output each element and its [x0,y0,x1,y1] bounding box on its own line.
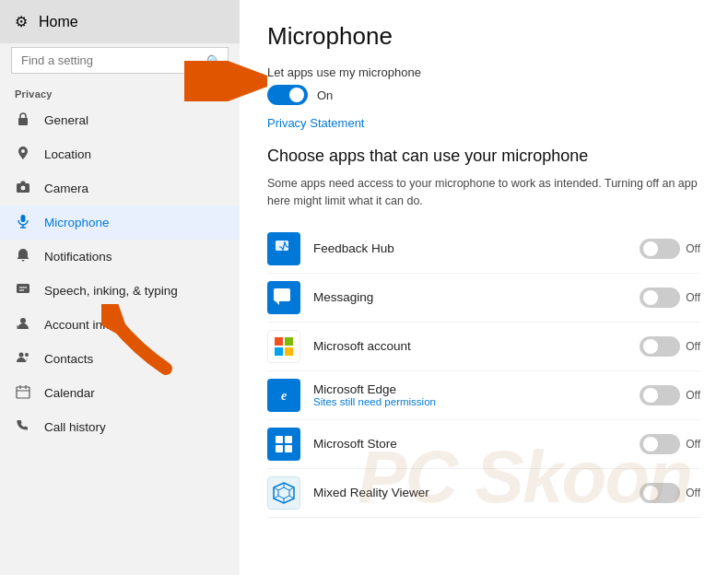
sidebar-home-label: Home [39,14,78,30]
svg-marker-22 [276,301,279,305]
app-name: Microsoft Edge [313,382,640,396]
app-row-mixed: Mixed Reality Viewer Off [267,469,700,518]
svg-point-13 [25,353,29,357]
app-name: Messaging [313,290,640,304]
sidebar-item-account[interactable]: Account info [0,308,240,342]
app-sub: Sites still need permission [313,396,640,407]
sidebar-item-home[interactable]: ⚙ Home [0,0,240,43]
apps-section-desc: Some apps need access to your microphone… [267,175,700,210]
app-name: Feedback Hub [313,241,640,255]
microphone-toggle[interactable] [267,85,308,105]
feedback-hub-icon [267,232,300,265]
app-info-msaccount: Microsoft account [313,339,640,353]
app-row-edge: e Microsoft Edge Sites still need permis… [267,371,700,420]
app-toggle-store[interactable] [640,434,680,454]
search-box: 🔍 [11,47,229,74]
svg-rect-32 [276,445,283,452]
app-toggle-label: Off [686,242,700,255]
page-title: Microphone [267,22,700,51]
sidebar-item-calendar[interactable]: Calendar [0,376,240,410]
app-toggle-wrap: Off [640,288,700,308]
sidebar-item-label: General [44,113,88,127]
app-toggle-wrap: Off [640,385,700,405]
app-info-messaging: Messaging [313,290,640,304]
app-row-feedback: Feedback Hub Off [267,225,700,274]
sidebar-item-label: Notifications [44,250,112,264]
callhistory-icon [15,418,31,436]
main-content: Microphone Let apps use my microphone On… [240,0,728,575]
app-info-mixed: Mixed Reality Viewer [313,486,640,499]
app-toggle-wrap: Off [640,239,700,259]
app-info-feedback: Feedback Hub [313,241,640,255]
sidebar-item-contacts[interactable]: Contacts [0,342,240,376]
app-toggle-mixed[interactable] [640,483,680,503]
sidebar-item-label: Account info [44,318,112,332]
svg-rect-14 [17,387,29,398]
svg-rect-33 [285,445,292,452]
sidebar-item-notifications[interactable]: Notifications [0,240,240,274]
sidebar-item-label: Contacts [44,352,93,366]
sidebar-item-general[interactable]: General [0,103,240,137]
sidebar-item-label: Call history [44,420,106,434]
sidebar: ⚙ Home 🔍 Privacy General Location Camera… [0,0,240,575]
svg-rect-21 [274,288,290,301]
gear-icon: ⚙ [15,13,28,30]
svg-rect-25 [275,347,283,356]
edge-icon: e [267,379,300,412]
sidebar-item-callhistory[interactable]: Call history [0,410,240,444]
svg-rect-23 [275,337,283,346]
svg-marker-35 [278,487,289,499]
app-toggle-label: Off [686,389,700,402]
toggle-description: Let apps use my microphone [267,65,700,79]
svg-rect-31 [285,436,292,443]
search-icon: 🔍 [206,53,221,67]
app-info-edge: Microsoft Edge Sites still need permissi… [313,382,640,407]
mixed-reality-icon [267,476,300,510]
speech-icon [15,282,31,299]
svg-rect-6 [17,284,29,293]
svg-rect-0 [18,118,28,125]
messaging-icon [267,281,300,314]
camera-icon [15,180,31,197]
svg-point-9 [20,318,26,323]
app-toggle-label: Off [686,340,700,353]
app-toggle-wrap: Off [640,336,700,357]
main-toggle-row: On [267,85,700,105]
msaccount-icon [267,330,300,363]
app-row-msaccount: Microsoft account Off [267,323,700,371]
app-list: Feedback Hub Off Messaging Off [267,225,700,518]
sidebar-item-location[interactable]: Location [0,137,240,171]
lock-icon [15,111,31,129]
app-toggle-label: Off [686,487,700,499]
svg-point-12 [19,353,24,358]
app-toggle-msaccount[interactable] [640,336,680,357]
account-icon [15,316,31,334]
sidebar-item-camera[interactable]: Camera [0,171,240,205]
toggle-state-label: On [317,88,333,102]
app-toggle-wrap: Off [640,483,700,503]
location-icon [15,146,31,163]
app-name: Microsoft account [313,339,640,353]
app-info-store: Microsoft Store [313,437,640,451]
app-toggle-label: Off [686,438,700,451]
sidebar-item-label: Location [44,147,91,161]
app-toggle-messaging[interactable] [640,288,680,308]
contacts-icon [15,350,31,368]
calendar-icon [15,384,31,402]
svg-rect-26 [285,347,293,356]
svg-rect-3 [21,215,26,222]
sidebar-item-speech[interactable]: Speech, inking, & typing [0,274,240,308]
search-input[interactable] [11,47,229,74]
app-toggle-wrap: Off [640,434,700,454]
app-toggle-feedback[interactable] [640,239,680,259]
apps-section-heading: Choose apps that can use your microphone [267,147,700,166]
app-toggle-edge[interactable] [640,385,680,405]
sidebar-item-label: Calendar [44,386,95,400]
sidebar-item-microphone[interactable]: Microphone [0,205,240,240]
svg-rect-30 [276,436,283,443]
privacy-statement-link[interactable]: Privacy Statement [267,116,365,130]
sidebar-item-label: Speech, inking, & typing [44,284,178,298]
svg-rect-29 [271,431,297,457]
app-toggle-label: Off [686,291,700,304]
microphone-icon [15,214,31,231]
